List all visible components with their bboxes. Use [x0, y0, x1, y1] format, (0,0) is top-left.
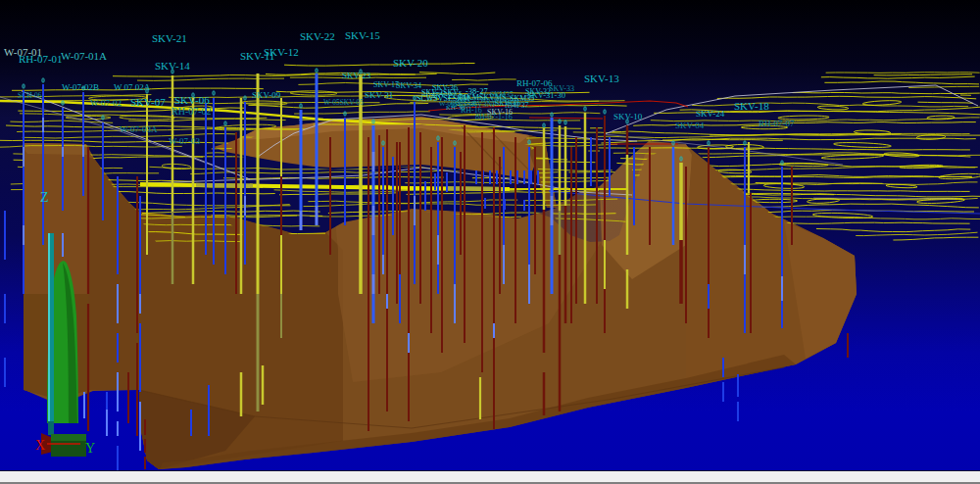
svg-text:SKV-15: SKV-15 — [345, 29, 380, 41]
svg-text:SKV-34: SKV-34 — [396, 81, 421, 90]
svg-text:W-05SKV-05: W-05SKV-05 — [323, 98, 364, 107]
svg-text:RH-07-02: RH-07-02 — [172, 106, 212, 117]
svg-text:KH-30: KH-30 — [446, 104, 466, 112]
svg-text:SKV-13: SKV-13 — [584, 73, 619, 84]
svg-text:W-07-02B: W-07-02B — [62, 82, 99, 92]
svg-text:SKV-33: SKV-33 — [549, 84, 574, 93]
svg-text:SKM35: SKM35 — [490, 90, 514, 99]
svg-text:W-07-02: W-07-02 — [90, 98, 122, 108]
svg-text:SKV-16: SKV-16 — [487, 108, 513, 117]
svg-text:SKV-2SKVs: SKV-2SKVs — [421, 88, 462, 97]
svg-text:SCH-06: SCH-06 — [18, 91, 42, 100]
svg-text:SKV-14: SKV-14 — [155, 60, 190, 72]
svg-text:SKV-32: SKV-32 — [525, 87, 551, 96]
svg-text:Z: Z — [40, 190, 49, 205]
svg-text:SKV-21: SKV-21 — [152, 32, 187, 44]
svg-text:SKV-30: SKV-30 — [495, 99, 519, 108]
svg-text:SKV-24: SKV-24 — [696, 109, 725, 119]
svg-text:SKV-20: SKV-20 — [393, 57, 428, 69]
svg-text:SKV-12: SKV-12 — [264, 46, 299, 58]
svg-text:SKV-18: SKV-18 — [734, 100, 769, 112]
svg-text:RH-07-01: RH-07-01 — [19, 53, 63, 65]
svg-text:RH-07-07: RH-07-07 — [759, 119, 795, 128]
svg-text:W-07-03: W-07-03 — [169, 136, 200, 146]
svg-text:X: X — [35, 438, 45, 453]
svg-text:Y: Y — [85, 441, 95, 456]
svg-text:SKV-07: SKV-07 — [130, 96, 166, 108]
svg-text:W 07 02A: W 07 02A — [114, 82, 151, 92]
svg-text:W-07-03A: W-07-03A — [120, 124, 158, 134]
svg-text:SKV-04: SKV-04 — [675, 121, 705, 130]
svg-text:W-07-01A: W-07-01A — [61, 50, 107, 62]
svg-text:SKV-31: SKV-31 — [365, 90, 393, 100]
svg-text:SKV-10: SKV-10 — [613, 112, 643, 121]
svg-text:SKV-23: SKV-23 — [342, 71, 371, 80]
svg-text:SKV-09: SKV-09 — [252, 90, 281, 100]
svg-text:SKV-06: SKV-06 — [174, 94, 210, 106]
svg-text:SKV-22: SKV-22 — [300, 30, 335, 42]
